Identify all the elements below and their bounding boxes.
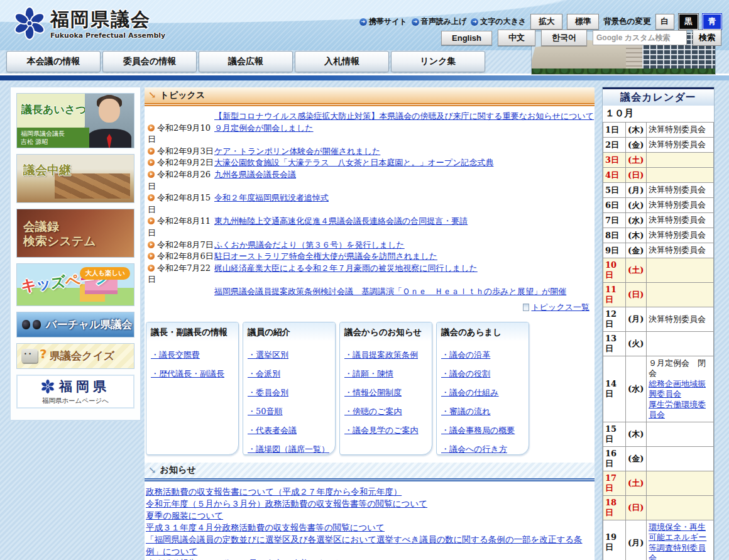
- menu-link[interactable]: ・議会の仕組み: [441, 387, 524, 398]
- topic-link[interactable]: 大濠公園飲食施設「大濠テラス 八女茶と日本庭園と。」オープン記念式典: [214, 158, 493, 167]
- topic-date: 令和2年7月22日: [145, 263, 214, 286]
- topic-link[interactable]: 東九州軸陸上交通高速化促進４県議会議長連絡会議の合同提言・要請: [214, 216, 468, 226]
- topic-date: 令和2年9月3日: [145, 146, 214, 158]
- page: 福岡県議会 Fukuoka Prefectual Assembly ➜ 携帯サイ…: [0, 0, 729, 560]
- topic-date: 令和2年8月11日: [145, 216, 214, 239]
- calendar-row: 10日(土): [603, 258, 714, 283]
- nav-tab[interactable]: 議会広報: [199, 51, 293, 72]
- site-logo[interactable]: 福岡県議会 Fukuoka Prefectual Assembly: [14, 6, 165, 40]
- nav-tab[interactable]: 入札情報: [295, 51, 389, 72]
- notice-link[interactable]: 政務活動報告をより分かり易い内容に改善しました: [146, 557, 595, 560]
- notice-link[interactable]: 夏季の服装について: [146, 510, 595, 522]
- menu-box-title: 議員の紹介: [243, 322, 335, 341]
- bg-black-button[interactable]: 黒: [679, 14, 698, 30]
- calendar-day: 11日: [603, 283, 626, 307]
- banner-chairman-greeting[interactable]: 議長あいさつ 福岡県議会議長 吉松 源昭: [16, 93, 134, 148]
- notice-link[interactable]: 「福岡県議会議員の定数並びに選挙区及び各選挙区において選挙すべき議員の数に関する…: [146, 534, 595, 557]
- calendar-weekday: (月): [626, 307, 647, 332]
- topic-link[interactable]: 九州各県議会議長会議: [214, 170, 296, 179]
- calendar-weekday: (日): [626, 283, 647, 307]
- topic-link[interactable]: ふくおか県議会だより（第３６号）を発行しました: [214, 240, 405, 250]
- calendar-event: [647, 153, 714, 168]
- nav-tab[interactable]: 委員会の情報: [102, 51, 197, 72]
- binoculars-icon: [22, 317, 41, 331]
- topic-link[interactable]: 福岡県議会議員提案政策条例検討会議 基調講演「Ｏｎｅ Ｈｅａｌｔｈの歩みと展望」…: [214, 287, 566, 296]
- menu-link[interactable]: ・議会への行き方: [441, 444, 524, 454]
- topic-link[interactable]: 【新型コロナウイルス感染症拡大防止対策】本県議会の傍聴及び来庁に関する重要なお知…: [214, 111, 594, 121]
- bg-white-button[interactable]: 白: [655, 14, 675, 30]
- calendar-event: 決算特別委員会: [647, 243, 714, 258]
- calendar-row: 15日(木): [603, 422, 714, 447]
- menu-link[interactable]: ・議場図（議席一覧）: [248, 444, 331, 454]
- topic-link[interactable]: 駐日オーストラリア特命全権大使が県議会を訪問されました: [214, 251, 437, 261]
- menu-link[interactable]: ・議会の沿革: [441, 349, 524, 360]
- menu-boxes: 議長・副議長の情報・議長交際費・歴代議長・副議長議員の紹介・選挙区別・会派別・委…: [146, 322, 595, 455]
- menu-link[interactable]: ・代表者会議: [248, 425, 331, 436]
- calendar-weekday: (土): [626, 153, 647, 168]
- notice-link[interactable]: 令和元年度（５月から３月分）政務活動費の収支報告書等の閲覧について: [146, 498, 595, 510]
- topic-row: 令和2年8月7日ふくおか県議会だより（第３６号）を発行しました: [145, 239, 595, 251]
- topic-link[interactable]: 梶山経済産業大臣による令和２年７月豪雨の被災地視察に同行しました: [214, 263, 478, 273]
- font-enlarge-button[interactable]: 拡大: [530, 14, 562, 30]
- calendar-event-link[interactable]: 厚生労働環境委員会: [649, 400, 711, 420]
- bg-blue-button[interactable]: 青: [703, 14, 722, 30]
- font-standard-button[interactable]: 標準: [567, 14, 599, 30]
- topic-row: 令和2年8月15日令和２年度福岡県戦没者追悼式: [145, 192, 595, 216]
- calendar-weekday: (土): [626, 471, 647, 496]
- nav-tab[interactable]: リンク集: [391, 51, 485, 72]
- topic-date: [145, 286, 214, 298]
- topic-row: 令和2年8月11日東九州軸陸上交通高速化促進４県議会議長連絡会議の合同提言・要請: [145, 216, 595, 239]
- menu-link[interactable]: ・情報公開制度: [344, 387, 427, 398]
- calendar-row: 19日(月)環境保全・再生可能エネルギー等調査特別委員会: [603, 520, 714, 560]
- banner-fukuoka-pref-home[interactable]: 福岡県 福岡県ホームページへ: [16, 375, 134, 409]
- calendar-event-link[interactable]: 環境保全・再生可能エネルギー等調査特別委員会: [649, 522, 711, 560]
- banner-virtual-assembly[interactable]: バーチャル県議会: [16, 312, 134, 338]
- topic-row: 令和2年9月2日大濠公園飲食施設「大濠テラス 八女茶と日本庭園と。」オープン記念…: [145, 157, 595, 169]
- topic-row: 令和2年9月3日ケア・トランポリン体験会が開催されました: [145, 146, 595, 158]
- search-button[interactable]: 検索: [693, 30, 721, 46]
- menu-link[interactable]: ・歴代議長・副議長: [151, 368, 234, 379]
- notice-link[interactable]: 平成３１年度４月分政務活動費の収支報告書等の閲覧について: [146, 522, 595, 534]
- menu-link[interactable]: ・会派別: [248, 368, 331, 379]
- calendar-day: 6日: [603, 198, 626, 213]
- lang-korean-button[interactable]: 한국어: [541, 30, 587, 46]
- mobile-site-link[interactable]: ➜ 携帯サイト: [359, 16, 407, 27]
- lang-chinese-button[interactable]: 中文: [498, 30, 535, 46]
- topics-more-link[interactable]: トピックス一覧: [531, 302, 589, 312]
- menu-link[interactable]: ・50音順: [248, 406, 331, 417]
- banner-assembly-quiz[interactable]: ? 県議会クイズ: [16, 343, 134, 369]
- calendar-event: [647, 283, 714, 307]
- bullet-icon: [148, 159, 155, 166]
- menu-link[interactable]: ・議長交際費: [151, 349, 234, 360]
- site-subtitle: Fukuoka Prefectual Assembly: [50, 31, 165, 40]
- menu-link[interactable]: ・委員会別: [248, 387, 331, 398]
- notice-link[interactable]: 政務活動費の収支報告書について（平成２７年度から令和元年度）: [146, 486, 595, 498]
- calendar-event: [647, 422, 714, 447]
- calendar-event-link[interactable]: 総務企画地域振興委員会: [649, 379, 711, 400]
- google-custom-search-input[interactable]: [593, 30, 687, 45]
- banner-kids-page[interactable]: キッズページ 大人も楽しい: [16, 263, 134, 306]
- calendar-day: 18日: [603, 496, 626, 520]
- banner-minutes-search[interactable]: 会議録 検索システム: [16, 209, 134, 258]
- menu-link[interactable]: ・傍聴のご案内: [344, 406, 427, 417]
- mascot-icon: [21, 349, 38, 363]
- text-to-speech-link[interactable]: ➜ 音声読み上げ: [412, 16, 467, 27]
- menu-link[interactable]: ・議員提案政策条例: [344, 349, 427, 360]
- calendar-day: 16日: [603, 447, 626, 471]
- calendar-month: １０月: [603, 106, 714, 122]
- menu-link[interactable]: ・議会事務局の概要: [441, 425, 524, 436]
- bullet-icon: [148, 217, 155, 224]
- topic-link[interactable]: ９月定例会が開会しました: [214, 123, 314, 133]
- menu-link[interactable]: ・議会見学のご案内: [344, 425, 427, 436]
- menu-link[interactable]: ・議会の役割: [441, 368, 524, 379]
- bullet-icon: [148, 194, 155, 201]
- topic-link[interactable]: ケア・トランポリン体験会が開催されました: [214, 146, 380, 156]
- topic-link[interactable]: 令和２年度福岡県戦没者追悼式: [214, 193, 329, 202]
- topics-header: ↘ トピックス: [145, 87, 595, 103]
- menu-link[interactable]: ・請願・陳情: [344, 368, 427, 379]
- banner-assembly-live[interactable]: 議会中継: [16, 154, 134, 203]
- lang-english-button[interactable]: English: [441, 31, 492, 45]
- menu-link[interactable]: ・選挙区別: [248, 349, 331, 360]
- nav-tab[interactable]: 本会議の情報: [6, 51, 101, 72]
- menu-link[interactable]: ・審議の流れ: [441, 406, 524, 417]
